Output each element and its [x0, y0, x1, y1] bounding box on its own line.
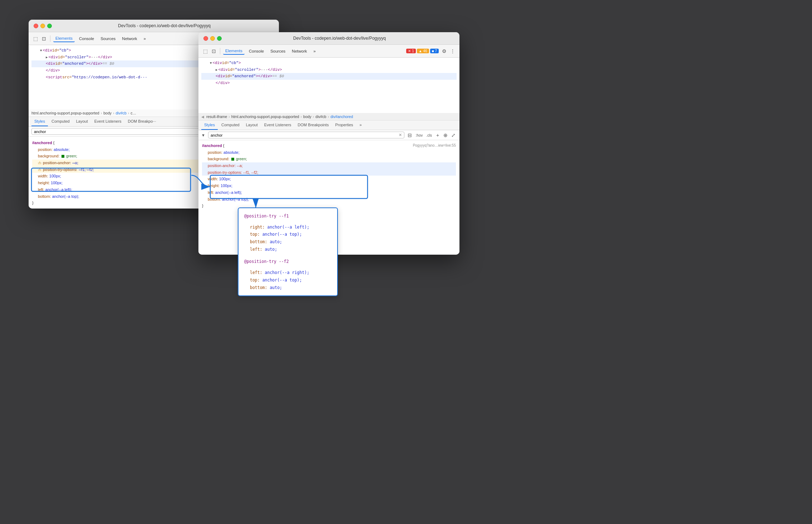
tp-val-1: anchor(--a left);: [267, 225, 309, 230]
breadcrumb-front-3[interactable]: body: [303, 114, 311, 119]
tp-name-5: left:: [250, 270, 262, 275]
tab-sources-back[interactable]: Sources: [98, 35, 118, 42]
tab-console-front[interactable]: Console: [247, 48, 266, 54]
breadcrumb-front-1[interactable]: result-iframe: [206, 114, 227, 119]
dom-line-f2: ▶ <div id= "scroller" > ··· </div>: [201, 67, 457, 73]
breadcrumb-sep-2: ›: [113, 111, 114, 115]
tab-event-front[interactable]: Event Listeners: [261, 121, 294, 130]
tag-span-2: <div: [48, 54, 58, 61]
tab-network-front[interactable]: Network: [290, 48, 309, 54]
prop-width-front: width: 100px;: [202, 176, 456, 182]
tab-elements-back[interactable]: Elements: [53, 35, 75, 42]
tab-props-front[interactable]: Properties: [332, 121, 356, 130]
brace-close-front: }: [202, 204, 203, 208]
tooltip-prop-7: bottom: auto;: [244, 284, 331, 292]
expand-icon-front[interactable]: ⤢: [450, 132, 457, 138]
clear-btn-front[interactable]: ✕: [399, 133, 402, 137]
breadcrumb-front-4[interactable]: div#cb: [315, 114, 326, 119]
cursor-icon[interactable]: ⬚: [32, 35, 39, 42]
tab-computed-front[interactable]: Computed: [218, 121, 242, 130]
prop-bottom-val-f: anchor(--a top);: [222, 197, 249, 201]
color-swatch-front: [231, 158, 234, 161]
minimize-button-back[interactable]: [40, 24, 45, 28]
search-input-front[interactable]: [211, 133, 399, 137]
tag-close-2: >: [89, 54, 91, 61]
prop-bottom-front: bottom: anchor(--a top);: [202, 196, 456, 203]
tab-more-back[interactable]: »: [142, 35, 148, 42]
tp-val-5: anchor(--a right);: [265, 270, 310, 275]
tooltip-prop-1: right: anchor(--a left);: [244, 224, 331, 231]
dollar-f: == $0: [272, 73, 284, 80]
breadcrumb-back-2[interactable]: body: [103, 111, 112, 115]
tab-styles-front[interactable]: Styles: [201, 121, 218, 130]
breadcrumb-sep-1: ›: [101, 111, 102, 115]
ellipsis-icon-front[interactable]: ⋮: [449, 48, 456, 54]
tab-more-front[interactable]: »: [311, 48, 318, 54]
tab-elements-front[interactable]: Elements: [223, 48, 245, 55]
inspector-icon-front[interactable]: ⊡: [211, 48, 217, 54]
tooltip-prop-4: left: auto;: [244, 246, 331, 253]
tooltip-prop-2: top: anchor(--a top);: [244, 231, 331, 238]
bc-sep-f4: ›: [328, 114, 329, 119]
traffic-lights-front: [203, 36, 222, 41]
search-wrap-front: ✕: [208, 132, 405, 138]
tooltip-prop-6: top: anchor(--a top);: [244, 276, 331, 284]
prop-name-bg-back: background:: [38, 154, 60, 158]
toolbar-divider-front: [220, 48, 220, 54]
tab-layout-back[interactable]: Layout: [73, 117, 91, 126]
filter-icon-front[interactable]: ▼: [201, 133, 205, 137]
tab-layout-front[interactable]: Layout: [243, 121, 261, 130]
brace-close-back: }: [32, 201, 34, 205]
cursor-icon-front[interactable]: ⬚: [202, 48, 208, 54]
inspector-icon[interactable]: ⊡: [41, 35, 47, 42]
close-button-back[interactable]: [34, 24, 38, 28]
tag-span: <div: [43, 47, 52, 54]
prop-name-anchor-back: position-anchor:: [43, 160, 71, 166]
tab-console-back[interactable]: Console: [77, 35, 96, 42]
tag-end-2: </div>: [98, 54, 112, 61]
attr-id-f1: id=: [222, 60, 229, 67]
breadcrumb-back-3[interactable]: div#cb: [115, 111, 126, 115]
close-button-front[interactable]: [203, 36, 208, 41]
traffic-lights-back: [34, 24, 52, 28]
minimize-button-front[interactable]: [210, 36, 215, 41]
tab-computed-back[interactable]: Computed: [49, 117, 73, 126]
tab-styles-back[interactable]: Styles: [31, 117, 48, 126]
window-title-front: DevTools - codepen.io/web-dot-dev/live/P…: [225, 36, 454, 41]
attr-val-f1: "cb": [229, 60, 238, 67]
prop-val-pos-back: absolute;: [54, 147, 70, 152]
bc-sep-f2: ›: [301, 114, 302, 119]
tp-val-6: anchor(--a top);: [262, 278, 302, 283]
prop-left-name-f: left:: [208, 190, 214, 195]
tag-end-f3: </div>: [216, 80, 230, 87]
maximize-button-back[interactable]: [47, 24, 52, 28]
breadcrumb-back-1[interactable]: html.anchoring-support.popup-supported: [31, 111, 99, 115]
tab-sources-front[interactable]: Sources: [268, 48, 287, 54]
tab-dom-back[interactable]: DOM Breakpo···: [125, 117, 159, 126]
prop-bg-front: background: green;: [202, 156, 456, 162]
search-hov-front[interactable]: :hov: [414, 133, 424, 138]
tab-event-back[interactable]: Event Listeners: [92, 117, 124, 126]
breadcrumb-front-5[interactable]: div#anchored: [330, 114, 353, 119]
tag-end-div: </div>: [46, 67, 60, 74]
scroll-left-front[interactable]: ◀: [201, 115, 204, 119]
attr-src: src=: [62, 74, 72, 81]
breadcrumb-front: ◀ result-iframe › html.anchoring-support…: [198, 113, 459, 121]
tab-network-back[interactable]: Network: [120, 35, 139, 42]
plus-icon-front[interactable]: +: [434, 132, 441, 138]
tag-anchored: <div: [46, 60, 55, 67]
filter-funnel-front[interactable]: ⊟: [407, 132, 413, 138]
copy-icon-front[interactable]: ⊕: [442, 132, 449, 138]
tab-dom-front[interactable]: DOM Breakpoints: [295, 121, 332, 130]
window-title-back: DevTools - codepen.io/web-dot-dev/live/P…: [55, 23, 274, 28]
breadcrumb-front-2[interactable]: html.anchoring-support.popup-supported: [231, 114, 299, 119]
settings-icon-front[interactable]: ⚙: [441, 48, 447, 54]
prop-val-bg-back: green;: [66, 154, 77, 158]
warning-icon-1-back: ⚠: [38, 160, 41, 166]
selector-text-back: #anchored: [32, 141, 52, 145]
prop-pos-name-f: position:: [208, 150, 222, 155]
tab-more-panel-front[interactable]: »: [357, 121, 365, 130]
search-cls-front[interactable]: .cls: [425, 133, 433, 138]
maximize-button-front[interactable]: [217, 36, 222, 41]
prop-name-h-back: height:: [38, 181, 50, 185]
